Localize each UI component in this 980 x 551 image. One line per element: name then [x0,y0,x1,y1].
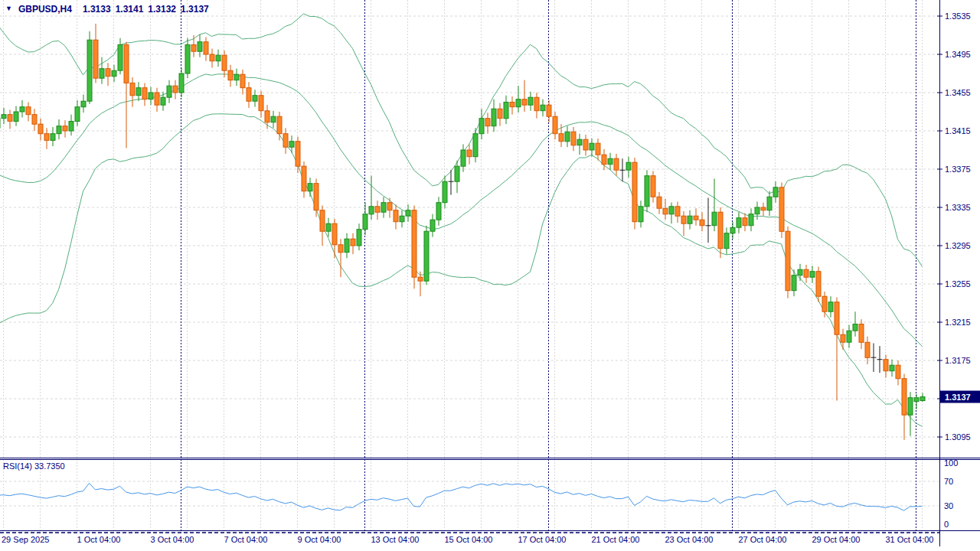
candle-body [596,143,600,155]
candle-body [896,365,900,379]
candle-body [69,122,74,132]
candle-body [81,101,86,107]
candle-body [724,233,729,249]
candle-body [204,42,208,54]
candle-body [271,116,276,122]
candle-body [841,334,845,342]
symbol-period-label: GBPUSD,H4 [18,4,72,15]
candle-body [436,203,441,220]
candle-body [155,93,159,105]
candle-body [338,245,343,253]
candle-body [167,86,172,97]
candle-body [406,210,410,217]
price-tick-label: 1.3175 [945,356,971,365]
candle-body [737,218,741,228]
candle-body [890,365,894,371]
date-label: 29 Oct 04:00 [812,535,861,544]
candle-body [645,176,649,207]
candle-body [424,231,429,281]
candle-body [590,143,594,150]
date-label: 7 Oct 04:00 [224,535,268,544]
candle-body [681,216,686,223]
candle-body [253,96,257,102]
candle-body [87,40,92,101]
candle-body [44,134,49,141]
candle-body [216,55,220,61]
price-tick-label: 1.3495 [945,50,971,59]
candle-body [614,158,619,170]
candle-body [626,162,631,170]
candle-body [369,207,374,214]
candle-body [657,197,662,208]
rsi-tick-label: 30 [944,501,953,510]
candle-body [38,124,43,134]
candle-body [694,216,698,220]
candle-body [908,398,913,416]
date-label: 13 Oct 04:00 [371,535,420,544]
candle-body [828,302,833,312]
candle-body [118,45,122,71]
candlestick-series [0,24,925,440]
candle-body [351,239,355,246]
candle-body [761,207,766,210]
high-value: 1.3141 [116,4,144,15]
candle-body [884,360,888,371]
candle-body [688,216,692,223]
candle-body [32,115,37,125]
candle-body [865,342,870,357]
candle-body [534,97,539,111]
candle-body [608,158,612,165]
candle-body [173,86,178,93]
date-label: 27 Oct 04:00 [739,535,787,544]
candle-body [779,187,784,231]
price-chart-canvas[interactable]: 1.35351.34951.34551.34151.33751.33351.32… [0,0,980,551]
candle-body [149,93,153,99]
rsi-tick-label: 70 [944,477,953,486]
candle-body [326,223,331,231]
candle-body [792,276,796,291]
candle-body [320,210,325,232]
candle-body [473,134,478,157]
candle-body [553,116,557,134]
rsi-tick-label: 0 [944,520,949,529]
candle-body [112,70,116,77]
candle-body [516,99,521,107]
candle-body [632,162,637,222]
candle-body [816,272,821,297]
candle-body [124,45,129,83]
candle-body [853,324,858,331]
close-value: 1.3137 [181,4,209,15]
candle-body [541,105,545,111]
candle-body [20,107,24,112]
rsi-tick-label: 100 [944,458,958,468]
price-tick-label: 1.3375 [945,165,971,174]
candle-body [528,97,533,105]
trading-chart-window: 1.35351.34951.34551.34151.33751.33351.32… [0,0,980,551]
date-label: 21 Oct 04:00 [592,535,640,544]
candle-body [749,214,753,226]
date-label: 3 Oct 04:00 [151,535,194,544]
date-label: 9 Oct 04:00 [298,535,341,544]
candle-body [240,74,245,88]
symbol-dropdown-icon[interactable]: ▼ [5,4,12,14]
candle-body [571,132,576,145]
price-tick-label: 1.3255 [945,279,971,289]
candle-body [822,296,827,311]
candle-body [577,139,582,145]
candle-body [730,227,735,233]
candle-body [136,88,141,96]
candle-body [332,223,337,245]
candle-body [296,142,300,167]
candle-body [485,119,490,126]
candle-body [583,139,588,150]
candle-body [461,150,466,166]
candle-body [559,134,564,142]
candle-body [14,112,18,122]
candle-body [859,324,864,343]
candle-body [712,212,717,226]
low-value: 1.3132 [148,4,176,15]
candle-body [847,331,851,342]
candle-body [510,103,514,107]
candle-body [210,54,214,61]
candle-body [400,216,404,222]
